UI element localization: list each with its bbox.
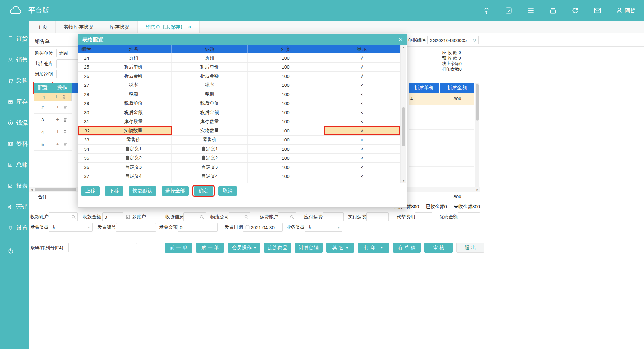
mail-icon[interactable] — [593, 6, 601, 15]
sidebar-item-cashflow[interactable]: 钱流 — [0, 112, 29, 133]
chevron-down-icon[interactable] — [381, 246, 383, 250]
delete-row-icon[interactable] — [63, 130, 67, 134]
sidebar-item-order[interactable]: 订货 — [0, 28, 29, 49]
sidebar-item-ledger[interactable]: 总账 — [0, 154, 29, 175]
confirm-button[interactable]: 确定 — [194, 186, 213, 196]
sidebar-item-marketing[interactable]: 营销 — [0, 196, 29, 217]
search-icon[interactable] — [290, 215, 294, 219]
search-icon[interactable] — [200, 215, 204, 219]
freight-account-input[interactable] — [278, 212, 296, 221]
table-row[interactable]: 34自定义1自定义1100× — [78, 145, 400, 154]
advance-fee-input[interactable] — [415, 212, 432, 221]
table-row[interactable]: 29税后单价税后单价100× — [78, 99, 400, 108]
invoice-type-select[interactable]: 无 — [49, 223, 93, 232]
search-icon[interactable] — [72, 215, 76, 219]
sidebar-item-purchase[interactable]: 采购 — [0, 70, 29, 91]
move-up-button[interactable]: 上移 — [81, 186, 100, 196]
discount-amount-input[interactable] — [458, 212, 480, 221]
table-row[interactable]: 28税额税额100× — [78, 90, 400, 99]
refresh-icon[interactable] — [472, 38, 477, 42]
add-row-icon[interactable] — [56, 129, 60, 135]
sidebar-item-sales[interactable]: 销售 — [0, 49, 29, 70]
receive-amount-input[interactable] — [102, 212, 123, 221]
table-row[interactable]: 36自定义3自定义3100× — [78, 163, 400, 172]
delete-row-icon[interactable] — [63, 142, 67, 147]
cancel-button[interactable]: 取消 — [218, 186, 237, 196]
delete-row-icon[interactable] — [63, 117, 67, 122]
menu-icon[interactable] — [527, 6, 535, 15]
exit-button[interactable]: 退 出 — [456, 243, 484, 253]
scroll-down-icon[interactable]: ▼ — [401, 178, 406, 183]
add-row-icon[interactable] — [56, 104, 60, 111]
gift-icon[interactable] — [549, 6, 557, 15]
sidebar-item-data[interactable]: 资料 — [0, 133, 29, 154]
restore-default-button[interactable]: 恢复默认 — [129, 186, 156, 196]
sidebar-item-report[interactable]: 报表 — [0, 175, 29, 196]
invoice-no-input[interactable] — [116, 223, 156, 232]
table-row[interactable]: 1 — [34, 93, 72, 101]
multi-select-products-button[interactable]: 连选商品 — [264, 243, 291, 253]
calc-promotion-button[interactable]: 计算促销 — [295, 243, 323, 253]
scroll-up-icon[interactable]: ▲ — [401, 45, 406, 50]
select-all-button[interactable]: 选择全部 — [162, 186, 189, 196]
table-row-highlighted[interactable]: 32实物数量实物数量100√ — [78, 126, 400, 136]
add-row-icon[interactable] — [56, 141, 60, 148]
scrollbar-thumb[interactable] — [476, 84, 479, 121]
table-row[interactable]: 4 — [34, 126, 72, 138]
scrollbar-thumb[interactable] — [35, 188, 76, 191]
table-row[interactable]: 27税率税率100× — [78, 81, 400, 90]
invoice-amount-input[interactable] — [178, 223, 218, 232]
sidebar-item-settings[interactable]: 设置 — [0, 217, 29, 238]
receive-account-input[interactable] — [49, 212, 78, 221]
tab-home[interactable]: 主页 — [29, 21, 56, 33]
other-button[interactable]: 其 它 — [326, 243, 354, 253]
next-order-button[interactable]: 后 一 单 — [196, 243, 224, 253]
delivery-info-input[interactable] — [183, 212, 206, 221]
previous-order-button[interactable]: 前 一 单 — [165, 243, 192, 253]
close-icon[interactable] — [399, 36, 402, 43]
doc-no-field[interactable]: XS202104300005 — [427, 36, 479, 44]
multi-account-link[interactable]: 多账户 — [126, 212, 146, 221]
user-menu[interactable]: 阿哲 — [616, 7, 635, 14]
invoice-date-input[interactable]: 2021-04-30 — [243, 223, 283, 232]
power-button[interactable] — [0, 240, 29, 261]
bulb-icon[interactable] — [482, 6, 490, 15]
table-row[interactable]: 26折后金额折后金额100√ — [78, 72, 400, 81]
add-row-icon[interactable] — [56, 116, 60, 123]
business-type-select[interactable]: 无 — [305, 223, 342, 232]
tab-inventory-status[interactable]: 库存状况 — [101, 21, 138, 33]
table-row[interactable]: 25折后单价折后单价100√ — [78, 63, 400, 72]
member-actions-button[interactable]: 会员操作 — [228, 243, 260, 253]
scrollbar-thumb[interactable] — [402, 107, 405, 146]
table-row[interactable]: 31库存数量库存数量100× — [78, 117, 400, 127]
table-row[interactable]: 33零售价零售价100× — [78, 136, 400, 145]
barcode-input[interactable] — [68, 243, 137, 252]
table-row[interactable]: 2 — [34, 101, 72, 114]
table-row[interactable]: 5 — [34, 138, 72, 151]
scroll-right-icon[interactable]: ▶ — [475, 187, 480, 192]
sidebar-item-inventory[interactable]: 库存 — [0, 91, 29, 112]
table-row[interactable]: 30税后金额税后金额100× — [78, 108, 400, 117]
freight-paid-input[interactable] — [366, 212, 389, 221]
table-row[interactable]: 37自定义4自定义4100× — [78, 172, 400, 181]
add-row-icon[interactable] — [55, 94, 58, 100]
table-row[interactable]: 24折扣折扣100√ — [78, 53, 400, 63]
close-icon[interactable] — [188, 21, 191, 33]
table-row[interactable]: 38自定义5自定义5100× — [78, 181, 400, 183]
logistics-company-input[interactable] — [229, 212, 250, 221]
check-square-icon[interactable] — [505, 6, 513, 15]
table-row[interactable]: 35自定义2自定义2100× — [78, 154, 400, 163]
freight-payable-input[interactable] — [323, 212, 344, 221]
refresh-icon[interactable] — [571, 6, 579, 15]
grid-vertical-scrollbar[interactable] — [475, 83, 479, 187]
search-icon[interactable] — [244, 215, 248, 219]
audit-button[interactable]: 审 核 — [424, 243, 453, 253]
delete-row-icon[interactable] — [62, 95, 66, 99]
dialog-vertical-scrollbar[interactable]: ▲ ▼ — [401, 45, 406, 183]
tab-sales-order-unsaved[interactable]: 销售单【未保存】 — [138, 21, 200, 33]
table-row[interactable]: 3 — [34, 114, 72, 126]
calendar-icon[interactable] — [245, 225, 250, 229]
delete-row-icon[interactable] — [63, 105, 67, 110]
move-down-button[interactable]: 下移 — [105, 186, 123, 196]
print-button[interactable]: 打 印 — [358, 243, 389, 253]
